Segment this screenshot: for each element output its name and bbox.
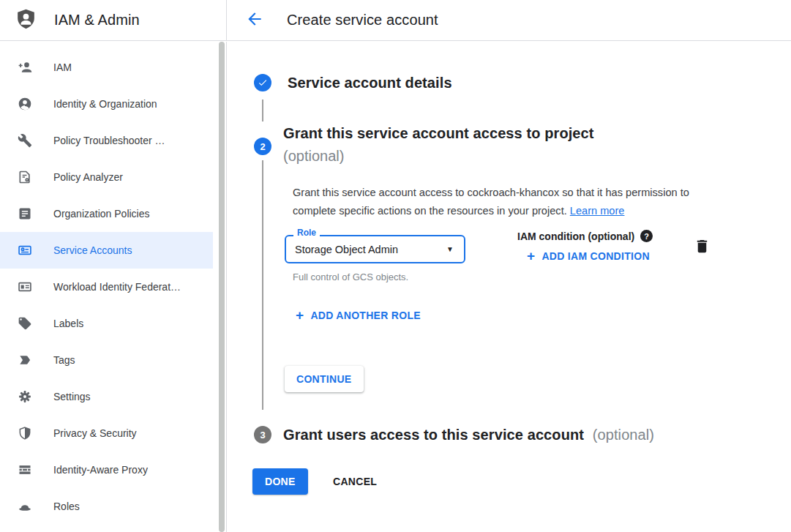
step-2-heading: Grant this service account access to pro… bbox=[283, 122, 737, 168]
delete-role-button[interactable] bbox=[692, 238, 711, 257]
sidebar: IAM Identity & Organization Policy Troub… bbox=[0, 42, 227, 532]
sidebar-item-label: Tags bbox=[53, 354, 75, 366]
add-another-role-button[interactable]: + ADD ANOTHER ROLE bbox=[296, 310, 421, 321]
product-header: IAM & Admin bbox=[0, 0, 227, 40]
sidebar-item-labels[interactable]: Labels bbox=[0, 305, 213, 342]
sidebar-item-tags[interactable]: Tags bbox=[0, 342, 213, 378]
role-helper-text: Full control of GCS objects. bbox=[293, 271, 408, 282]
article-icon bbox=[18, 206, 32, 221]
continue-button[interactable]: CONTINUE bbox=[285, 366, 364, 392]
sidebar-item-workload-identity-federat[interactable]: Workload Identity Federat… bbox=[0, 269, 213, 305]
sidebar-item-label: Identity & Organization bbox=[53, 98, 157, 110]
back-button[interactable] bbox=[245, 11, 264, 30]
iam-condition-label-row: IAM condition (optional) ? bbox=[517, 230, 653, 242]
step-1-title: Service account details bbox=[288, 75, 452, 91]
step-3-grant-users-access: 3 Grant users access to this service acc… bbox=[254, 426, 654, 443]
trash-icon bbox=[694, 246, 711, 257]
policy-analyzer-icon bbox=[18, 170, 32, 184]
proxy-icon bbox=[18, 462, 32, 477]
learn-more-link[interactable]: Learn more bbox=[570, 205, 625, 217]
person-add-icon bbox=[18, 60, 32, 75]
step-3-optional: (optional) bbox=[593, 427, 654, 443]
step-2-number: 2 bbox=[254, 138, 271, 155]
tag-icon bbox=[18, 353, 32, 367]
sidebar-item-iam[interactable]: IAM bbox=[0, 49, 213, 86]
account-circle-icon bbox=[18, 97, 32, 111]
sidebar-item-privacy-security[interactable]: Privacy & Security bbox=[0, 415, 213, 452]
sidebar-scrollbar[interactable] bbox=[219, 42, 225, 532]
add-iam-condition-button[interactable]: + ADD IAM CONDITION bbox=[527, 250, 650, 262]
sidebar-item-label: Organization Policies bbox=[53, 208, 150, 220]
sidebar-item-label: Service Accounts bbox=[53, 244, 132, 256]
plus-icon: + bbox=[296, 310, 304, 321]
sidebar-item-organization-policies[interactable]: Organization Policies bbox=[0, 195, 213, 232]
sidebar-item-label: Labels bbox=[53, 318, 83, 329]
add-iam-condition-label: ADD IAM CONDITION bbox=[541, 250, 649, 262]
sidebar-item-label: Policy Troubleshooter … bbox=[53, 135, 165, 146]
sidebar-item-roles[interactable]: Roles bbox=[0, 488, 213, 525]
sidebar-item-label: Policy Analyzer bbox=[53, 171, 123, 183]
step-3-number: 3 bbox=[254, 426, 271, 443]
service-account-icon bbox=[18, 243, 32, 258]
sidebar-item-identity-organization[interactable]: Identity & Organization bbox=[0, 86, 213, 122]
cancel-button[interactable]: CANCEL bbox=[326, 468, 384, 495]
stepper-connector bbox=[262, 100, 263, 121]
sidebar-item-label: Roles bbox=[53, 501, 80, 512]
wrench-icon bbox=[18, 133, 32, 148]
help-icon[interactable]: ? bbox=[640, 230, 653, 242]
sidebar-item-settings[interactable]: Settings bbox=[0, 378, 213, 415]
role-field-label: Role bbox=[293, 228, 320, 238]
description-text: Grant this service account access to coc… bbox=[293, 187, 689, 217]
step-3-title-text: Grant users access to this service accou… bbox=[283, 427, 584, 443]
done-button[interactable]: DONE bbox=[252, 468, 308, 495]
sidebar-item-policy-troubleshooter[interactable]: Policy Troubleshooter … bbox=[0, 122, 213, 159]
role-selected-value: Storage Object Admin bbox=[295, 244, 446, 255]
badge-icon bbox=[18, 280, 32, 294]
gcp-console: IAM & Admin Create service account IAM I… bbox=[0, 0, 791, 532]
plus-icon: + bbox=[527, 250, 535, 262]
step-2-optional: (optional) bbox=[283, 145, 737, 168]
product-title: IAM & Admin bbox=[54, 12, 140, 29]
shield-icon bbox=[18, 426, 32, 441]
roles-icon bbox=[18, 499, 32, 514]
sidebar-item-service-accounts[interactable]: Service Accounts bbox=[0, 232, 213, 269]
sidebar-item-label: Settings bbox=[53, 391, 91, 402]
sidebar-item-label: Identity-Aware Proxy bbox=[53, 464, 148, 476]
sidebar-item-label: Privacy & Security bbox=[53, 427, 137, 439]
label-icon bbox=[18, 316, 32, 331]
step-2-description: Grant this service account access to coc… bbox=[293, 184, 726, 221]
role-select[interactable]: Storage Object Admin ▼ bbox=[285, 235, 465, 263]
step-2-title: Grant this service account access to pro… bbox=[283, 122, 737, 145]
iam-admin-shield-icon bbox=[15, 7, 37, 34]
iam-condition-label: IAM condition (optional) bbox=[517, 231, 634, 242]
page-header: Create service account bbox=[227, 0, 791, 40]
arrow-back-icon bbox=[245, 10, 264, 31]
page-title: Create service account bbox=[287, 12, 438, 29]
sidebar-list: IAM Identity & Organization Policy Troub… bbox=[0, 42, 226, 525]
sidebar-item-label: Workload Identity Federat… bbox=[53, 281, 181, 293]
step-1-complete-icon bbox=[254, 74, 271, 91]
step-1-service-account-details: Service account details bbox=[254, 74, 452, 91]
sidebar-item-label: IAM bbox=[53, 61, 72, 73]
gear-icon bbox=[18, 389, 32, 404]
sidebar-item-identity-aware-proxy[interactable]: Identity-Aware Proxy bbox=[0, 452, 213, 488]
sidebar-item-policy-analyzer[interactable]: Policy Analyzer bbox=[0, 159, 213, 195]
step-3-title: Grant users access to this service accou… bbox=[283, 427, 654, 443]
caret-down-icon: ▼ bbox=[446, 245, 454, 253]
top-header: IAM & Admin Create service account bbox=[0, 0, 791, 41]
main-content: Service account details 2 Grant this ser… bbox=[228, 42, 791, 532]
add-another-role-label: ADD ANOTHER ROLE bbox=[310, 310, 421, 321]
stepper-connector bbox=[262, 160, 263, 410]
